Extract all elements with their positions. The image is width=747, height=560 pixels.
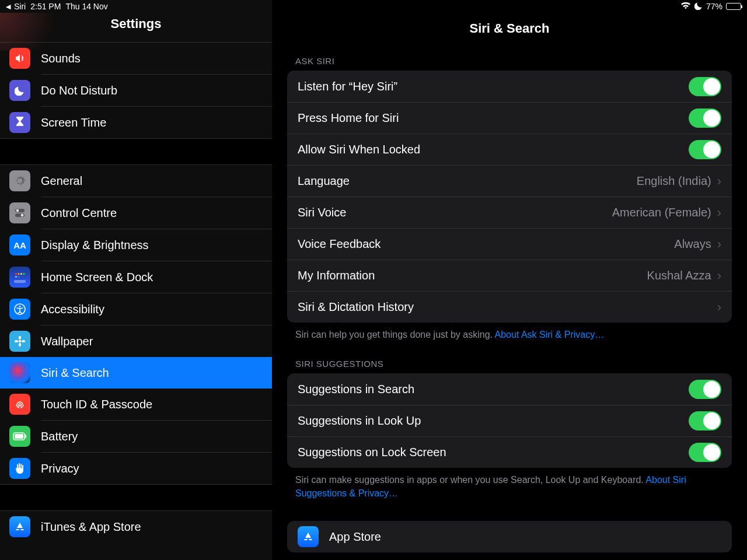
svg-point-1 <box>16 209 19 212</box>
back-chevron-icon[interactable]: ◀ <box>6 3 11 10</box>
row-label: Allow Siri When Locked <box>298 143 689 156</box>
sidebar-item-label: General <box>41 174 82 188</box>
row-language[interactable]: Language English (India) › <box>287 165 732 197</box>
battery-pct: 77% <box>706 2 722 11</box>
row-when-locked[interactable]: Allow Siri When Locked <box>287 134 732 165</box>
toggle-suggest-search[interactable] <box>689 380 721 399</box>
svg-rect-8 <box>15 276 17 278</box>
sidebar-item-privacy[interactable]: Privacy <box>0 453 272 484</box>
sidebar-item-homescreen[interactable]: Home Screen & Dock <box>0 261 272 293</box>
toggle-hey-siri[interactable] <box>689 77 721 96</box>
sidebar-item-screentime[interactable]: Screen Time <box>0 107 272 138</box>
sidebar-item-touchid[interactable]: Touch ID & Passcode <box>0 388 272 420</box>
sidebar-item-label: Display & Brightness <box>41 239 149 252</box>
appstore-icon <box>9 516 30 537</box>
chevron-right-icon: › <box>717 174 721 189</box>
chevron-right-icon: › <box>717 205 721 220</box>
text-size-icon: AA <box>9 235 30 256</box>
row-label: Siri & Dictation History <box>298 300 717 314</box>
toggle-when-locked[interactable] <box>689 140 721 159</box>
row-siri-voice[interactable]: Siri Voice American (Female) › <box>287 197 732 228</box>
row-app-appstore[interactable]: App Store <box>287 521 732 552</box>
chevron-right-icon: › <box>717 268 721 284</box>
ask-siri-card: Listen for “Hey Siri” Press Home for Sir… <box>287 71 732 323</box>
footer-text: Siri can help you get things done just b… <box>295 330 493 340</box>
row-label: Listen for “Hey Siri” <box>298 80 689 93</box>
sidebar-item-itunes[interactable]: iTunes & App Store <box>0 511 272 542</box>
sidebar-item-control-centre[interactable]: Control Centre <box>0 197 272 229</box>
sidebar-item-label: Home Screen & Dock <box>41 271 153 284</box>
battery-icon <box>726 3 741 10</box>
section-header-suggestions: SIRI SUGGESTIONS <box>272 359 747 373</box>
svg-rect-7 <box>23 273 25 275</box>
row-suggest-lock[interactable]: Suggestions on Lock Screen <box>287 436 732 468</box>
chevron-right-icon: › <box>717 300 721 315</box>
settings-detail: Siri & Search ASK SIRI Listen for “Hey S… <box>272 0 747 560</box>
hand-icon <box>9 458 30 479</box>
sidebar-item-label: Accessibility <box>41 303 104 316</box>
sidebar-item-label: Screen Time <box>41 116 106 130</box>
row-voice-feedback[interactable]: Voice Feedback Always › <box>287 228 732 260</box>
svg-rect-20 <box>25 435 26 438</box>
sidebar-item-sounds[interactable]: Sounds <box>0 43 272 74</box>
row-suggest-lookup[interactable]: Suggestions in Look Up <box>287 405 732 436</box>
svg-point-3 <box>21 214 24 217</box>
sidebar-item-general[interactable]: General <box>0 165 272 197</box>
toggle-press-home[interactable] <box>689 108 721 128</box>
row-value: Always <box>674 237 711 251</box>
chevron-right-icon: › <box>717 237 721 252</box>
status-back-app[interactable]: Siri <box>14 2 26 11</box>
suggestions-footer: Siri can make suggestions in apps or whe… <box>272 468 747 517</box>
siri-icon <box>9 362 30 383</box>
settings-sidebar: Settings Sounds Do Not Disturb Screen Ti… <box>0 0 272 560</box>
toggles-icon <box>9 202 30 223</box>
svg-rect-4 <box>15 273 17 275</box>
section-header-ask-siri: ASK SIRI <box>272 56 747 71</box>
siri-suggestions-card: Suggestions in Search Suggestions in Loo… <box>287 373 732 468</box>
about-ask-siri-link[interactable]: About Ask Siri & Privacy… <box>495 330 605 340</box>
svg-point-14 <box>19 336 21 340</box>
sidebar-item-battery[interactable]: Battery <box>0 421 272 452</box>
sidebar-item-siri-search[interactable]: Siri & Search <box>0 357 272 388</box>
svg-rect-9 <box>18 276 20 278</box>
row-label: Language <box>298 174 637 188</box>
page-title: Siri & Search <box>272 7 747 56</box>
svg-point-16 <box>15 340 18 342</box>
row-value: American (Female) <box>612 206 711 219</box>
row-suggest-search[interactable]: Suggestions in Search <box>287 373 732 405</box>
ask-siri-footer: Siri can help you get things done just b… <box>272 323 747 359</box>
sidebar-item-label: Battery <box>41 430 78 443</box>
svg-point-13 <box>19 340 21 342</box>
status-time: 2:51 PM <box>30 2 61 11</box>
sidebar-item-label: Touch ID & Passcode <box>41 398 152 411</box>
toggle-suggest-lookup[interactable] <box>689 411 721 430</box>
row-label: App Store <box>329 530 721 544</box>
row-label: Siri Voice <box>298 206 612 219</box>
svg-point-12 <box>19 306 21 307</box>
svg-point-15 <box>19 343 21 346</box>
sidebar-item-label: Wallpaper <box>41 335 93 348</box>
wifi-icon <box>680 2 691 11</box>
sidebar-item-label: Siri & Search <box>41 366 109 380</box>
svg-point-17 <box>22 340 25 342</box>
apps-card: App Store <box>287 521 732 552</box>
svg-rect-10 <box>14 280 26 283</box>
toggle-suggest-lock[interactable] <box>689 443 721 462</box>
speaker-icon <box>9 48 30 69</box>
sidebar-item-label: Do Not Disturb <box>41 84 117 97</box>
sidebar-item-accessibility[interactable]: Accessibility <box>0 293 272 325</box>
battery-icon <box>9 426 30 447</box>
row-my-information[interactable]: My Information Kushal Azza › <box>287 260 732 291</box>
home-screen-icon <box>9 267 30 288</box>
sidebar-item-display[interactable]: AA Display & Brightness <box>0 229 272 261</box>
fingerprint-icon <box>9 394 30 415</box>
row-press-home[interactable]: Press Home for Siri <box>287 102 732 134</box>
sidebar-item-dnd[interactable]: Do Not Disturb <box>0 75 272 106</box>
row-value: Kushal Azza <box>647 269 711 282</box>
hourglass-icon <box>9 112 30 133</box>
row-history[interactable]: Siri & Dictation History › <box>287 291 732 323</box>
sidebar-item-wallpaper[interactable]: Wallpaper <box>0 326 272 357</box>
row-hey-siri[interactable]: Listen for “Hey Siri” <box>287 71 732 102</box>
row-label: Press Home for Siri <box>298 111 689 125</box>
sidebar-item-label: iTunes & App Store <box>41 520 141 534</box>
